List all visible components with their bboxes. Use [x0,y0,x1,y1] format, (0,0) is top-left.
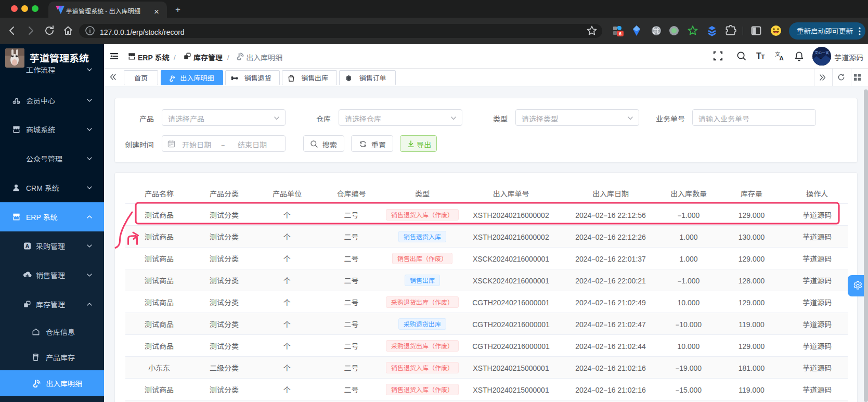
svg-text:文心一言: 文心一言 [814,50,829,55]
svg-text:6: 6 [619,30,621,37]
svg-text:A: A [25,243,30,249]
svg-text:T: T [761,54,765,60]
svg-text:A: A [780,55,784,61]
svg-text:T: T [756,51,761,60]
